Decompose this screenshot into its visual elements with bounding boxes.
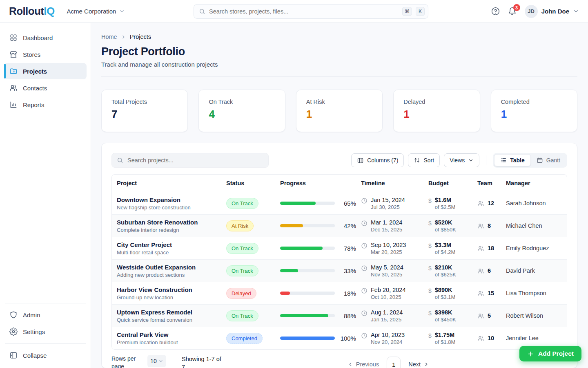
table-row[interactable]: Downtown Expansion New flagship store co… [112, 192, 567, 214]
budget-total: of $1.8M [435, 339, 456, 345]
table-row[interactable]: Central Park View Premium location build… [112, 327, 567, 349]
projects-search-input[interactable] [127, 157, 263, 164]
view-toggle-table[interactable]: Table [494, 154, 531, 166]
budget-cell: $ $210K of $625K [423, 264, 472, 278]
progress-track [280, 292, 335, 295]
logo-text-rollout: Rollout [9, 5, 44, 17]
sidebar-item-label: Stores [23, 51, 40, 58]
budget-total: of $4.2M [435, 249, 456, 255]
budget-cell: $ $3.3M of $4.2M [423, 242, 472, 255]
org-switcher[interactable]: Acme Corporation [67, 8, 125, 15]
next-page-label: Next [408, 361, 421, 368]
dollar-icon: $ [428, 265, 432, 272]
sidebar-item-stores[interactable]: Stores [4, 46, 87, 63]
table-row[interactable]: Suburban Store Renovation Complete inter… [112, 214, 567, 237]
column-header-progress[interactable]: Progress [275, 180, 356, 186]
progress-track [280, 269, 335, 272]
timeline-start-date: May 5, 2024 [371, 264, 403, 271]
global-search[interactable]: ⌘ K [194, 4, 428, 19]
projects-search[interactable] [111, 153, 269, 168]
project-description: Ground-up new location [117, 294, 221, 301]
column-header-team[interactable]: Team [472, 180, 501, 186]
chevron-down-icon [158, 359, 163, 364]
status-cell: On Track [221, 265, 275, 276]
notifications-button[interactable]: 3 [508, 7, 517, 16]
budget-cell: $ $890K of $3.1M [423, 287, 472, 300]
team-users-icon [477, 222, 484, 229]
project-cell: City Center Project Multi-floor retail s… [112, 241, 221, 256]
column-header-timeline[interactable]: Timeline [356, 180, 423, 186]
timeline-cell: Apr 10, 2023 Nov 20, 2024 [356, 332, 423, 345]
chevron-down-icon [119, 8, 125, 14]
app-logo: RolloutIQ [9, 5, 55, 18]
status-badge: On Track [226, 265, 258, 276]
users-icon [9, 84, 18, 92]
sort-arrows-icon [414, 157, 420, 164]
page-number-button[interactable]: 1 [387, 357, 401, 368]
sort-button[interactable]: Sort [408, 153, 440, 167]
add-project-button[interactable]: Add Project [519, 346, 581, 361]
budget-total: of $850K [435, 227, 456, 233]
progress-cell: 18% [275, 290, 356, 297]
rows-per-page-select[interactable]: 10 [147, 355, 166, 367]
progress-cell: 100% [275, 335, 356, 342]
user-menu[interactable]: JD John Doe [525, 5, 579, 18]
bar-chart-icon [9, 101, 18, 109]
chevron-down-icon [573, 8, 579, 14]
sidebar-collapse-button[interactable]: Collapse [4, 347, 87, 364]
sidebar-item-settings[interactable]: Settings [4, 323, 87, 340]
project-description: New flagship store construction [117, 204, 221, 211]
team-cell: 12 [472, 200, 501, 207]
table-row[interactable]: Uptown Express Remodel Quick service for… [112, 304, 567, 327]
status-badge: On Track [226, 310, 258, 321]
dollar-icon: $ [428, 197, 432, 204]
progress-fill [280, 247, 323, 250]
kbd-k: K [416, 7, 425, 16]
shield-icon [9, 311, 18, 319]
timeline-start-date: Apr 10, 2023 [371, 332, 405, 338]
sidebar-item-admin[interactable]: Admin [4, 307, 87, 323]
team-users-icon [477, 312, 484, 319]
stat-card-delayed: Delayed 1 [393, 90, 480, 132]
stat-label: Total Projects [111, 99, 178, 105]
column-header-manager[interactable]: Manager [501, 180, 567, 186]
views-button-label: Views [450, 157, 465, 164]
clock-icon [361, 287, 368, 294]
chevron-right-icon [423, 361, 429, 367]
sidebar-item-contacts[interactable]: Contacts [4, 80, 87, 96]
team-cell: 5 [472, 312, 501, 319]
breadcrumb-home[interactable]: Home [101, 34, 117, 40]
team-count: 6 [488, 267, 491, 274]
previous-page-button[interactable]: Previous [347, 361, 379, 368]
column-header-budget[interactable]: Budget [423, 180, 472, 186]
table-row[interactable]: City Center Project Multi-floor retail s… [112, 237, 567, 259]
sort-button-label: Sort [423, 157, 434, 164]
views-button[interactable]: Views [444, 153, 479, 167]
team-cell: 8 [472, 222, 501, 229]
budget-cell: $ $398K of $450K [423, 309, 472, 323]
timeline-cell: Aug 1, 2024 Jan 15, 2025 [356, 309, 423, 323]
column-header-project[interactable]: Project [112, 180, 221, 186]
sidebar-item-reports[interactable]: Reports [4, 96, 87, 113]
page-subtitle: Track and manage all construction projec… [101, 61, 577, 68]
stat-value: 1 [403, 108, 470, 121]
sidebar-item-label: Settings [23, 328, 45, 335]
team-users-icon [477, 335, 484, 342]
table-row[interactable]: Harbor View Construction Ground-up new l… [112, 282, 567, 304]
sidebar-item-projects[interactable]: Projects [4, 63, 87, 79]
help-button[interactable] [491, 7, 500, 16]
columns-button[interactable]: Columns (7) [351, 153, 404, 167]
global-search-input[interactable] [209, 8, 399, 15]
table-row[interactable]: Westside Outlet Expansion Adding new pro… [112, 259, 567, 282]
column-header-status[interactable]: Status [221, 180, 275, 186]
progress-track [280, 202, 335, 205]
view-mode-toggle: Table Gantt [493, 153, 567, 168]
progress-cell: 33% [275, 267, 356, 274]
next-page-button[interactable]: Next [408, 361, 429, 368]
stats-row: Total Projects 7 On Track 4 At Risk 1 De… [101, 90, 577, 132]
progress-percent: 33% [338, 267, 356, 274]
breadcrumb-current: Projects [130, 34, 151, 40]
sidebar-divider [5, 303, 86, 303]
view-toggle-gantt[interactable]: Gantt [531, 154, 566, 166]
sidebar-item-dashboard[interactable]: Dashboard [4, 29, 87, 46]
